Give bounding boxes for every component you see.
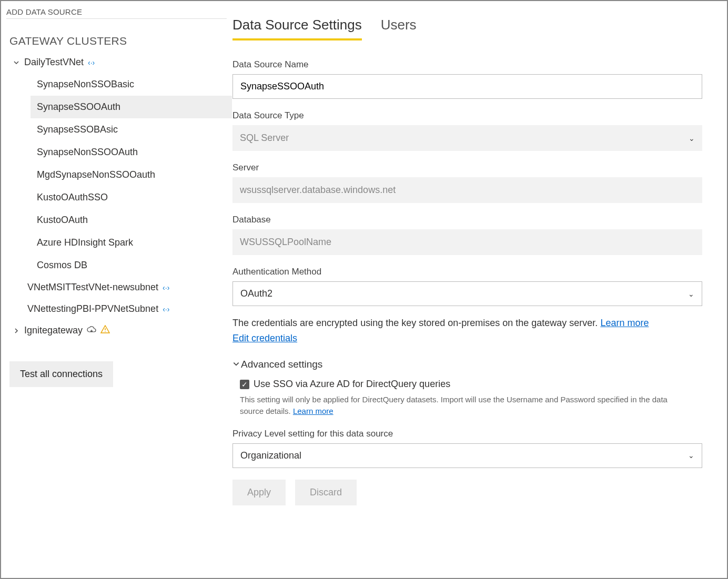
warning-icon	[100, 325, 110, 336]
divider	[6, 18, 227, 19]
datasource-item[interactable]: KustoOAuthSSO	[31, 186, 232, 209]
data-source-name-input[interactable]	[232, 74, 702, 99]
discard-button[interactable]: Discard	[295, 480, 357, 505]
cluster-vnetmsit[interactable]: VNetMSITTestVNet-newsubnet ‹·›	[8, 277, 232, 298]
chevron-down-icon	[232, 359, 240, 370]
chevron-down-icon: ⌄	[688, 451, 694, 460]
chevron-right-icon	[13, 327, 20, 334]
learn-more-link[interactable]: Learn more	[293, 407, 333, 415]
datasource-item[interactable]: KustoOAuth	[31, 209, 232, 231]
datasource-item[interactable]: Azure HDInsight Spark	[31, 231, 232, 254]
chevron-down-icon: ⌄	[688, 290, 694, 298]
privacy-level-value: Organizational	[240, 450, 301, 461]
settings-form: Data Source Name Data Source Type SQL Se…	[232, 59, 727, 505]
apply-button[interactable]: Apply	[232, 480, 286, 505]
cluster-ignitegateway[interactable]: Ignitegateway	[8, 320, 232, 341]
chevron-down-icon: ⌄	[689, 134, 695, 143]
cluster-dailytestvnet[interactable]: DailyTestVNet ‹·›	[8, 52, 232, 73]
main-panel: Data Source Settings Users Data Source N…	[232, 1, 727, 578]
cloud-icon	[87, 326, 96, 336]
cluster-label: Ignitegateway	[24, 325, 83, 336]
cluster-label: VNettestingPBI-PPVNetSubnet	[27, 303, 158, 314]
link-icon: ‹·›	[163, 305, 169, 313]
label-database: Database	[232, 215, 727, 225]
test-all-connections-button[interactable]: Test all connections	[9, 361, 113, 387]
datasource-item[interactable]: SynapseNonSSOBasic	[31, 73, 232, 96]
label-privacy-level: Privacy Level setting for this data sour…	[232, 429, 727, 439]
datasource-item[interactable]: SynapseNonSSOOAuth	[31, 141, 232, 164]
datasource-item[interactable]: SynapseSSOBAsic	[31, 118, 232, 141]
add-data-source-link[interactable]: ADD DATA SOURCE	[1, 5, 232, 17]
sso-checkbox-row[interactable]: ✓ Use SSO via Azure AD for DirectQuery q…	[232, 379, 727, 390]
tabs: Data Source Settings Users	[232, 17, 727, 40]
form-buttons: Apply Discard	[232, 480, 727, 505]
gateway-clusters-title: GATEWAY CLUSTERS	[1, 26, 232, 52]
tab-users[interactable]: Users	[381, 17, 417, 40]
sso-help-text: This setting will only be applied for Di…	[232, 394, 687, 417]
link-icon: ‹·›	[163, 283, 169, 292]
label-auth-method: Authentication Method	[232, 267, 727, 277]
tab-data-source-settings[interactable]: Data Source Settings	[232, 17, 362, 40]
cluster-vnettesting[interactable]: VNettestingPBI-PPVNetSubnet ‹·›	[8, 298, 232, 320]
cluster-label: VNetMSITTestVNet-newsubnet	[27, 282, 158, 293]
label-data-source-type: Data Source Type	[232, 110, 727, 121]
server-text: wsussqlserver.database.windows.net	[240, 185, 396, 196]
label-data-source-name: Data Source Name	[232, 59, 727, 70]
datasource-item[interactable]: MgdSynapseNonSSOOauth	[31, 164, 232, 186]
server-value: wsussqlserver.database.windows.net	[232, 177, 702, 203]
encryption-text: The credentials are encrypted using the …	[232, 318, 600, 328]
edit-credentials-link[interactable]: Edit credentials	[232, 333, 297, 344]
data-source-type-value: SQL Server	[240, 133, 289, 144]
label-server: Server	[232, 162, 727, 173]
cluster-label: DailyTestVNet	[24, 57, 84, 68]
cluster-children: SynapseNonSSOBasic SynapseSSOOAuth Synap…	[8, 73, 232, 277]
chevron-down-icon	[13, 59, 20, 66]
datasource-item-selected[interactable]: SynapseSSOOAuth	[31, 96, 232, 118]
auth-method-value: OAuth2	[240, 288, 272, 299]
advanced-settings-toggle[interactable]: Advanced settings	[232, 359, 727, 370]
learn-more-link[interactable]: Learn more	[600, 318, 649, 328]
database-value: WSUSSQLPoolName	[232, 229, 702, 255]
advanced-settings-label: Advanced settings	[241, 359, 322, 370]
datasource-item[interactable]: Cosmos DB	[31, 254, 232, 277]
auth-method-select[interactable]: OAuth2 ⌄	[232, 281, 702, 306]
cluster-tree: DailyTestVNet ‹·› SynapseNonSSOBasic Syn…	[1, 52, 232, 341]
database-text: WSUSSQLPoolName	[240, 237, 331, 248]
link-icon: ‹·›	[88, 58, 95, 67]
encryption-info: The credentials are encrypted using the …	[232, 318, 712, 329]
data-source-type-select[interactable]: SQL Server ⌄	[232, 125, 702, 151]
svg-point-1	[105, 331, 106, 332]
privacy-level-select[interactable]: Organizational ⌄	[232, 443, 702, 468]
sidebar: ADD DATA SOURCE GATEWAY CLUSTERS DailyTe…	[1, 1, 232, 578]
checkbox-checked-icon[interactable]: ✓	[240, 380, 249, 389]
sso-checkbox-label: Use SSO via Azure AD for DirectQuery que…	[254, 379, 450, 390]
